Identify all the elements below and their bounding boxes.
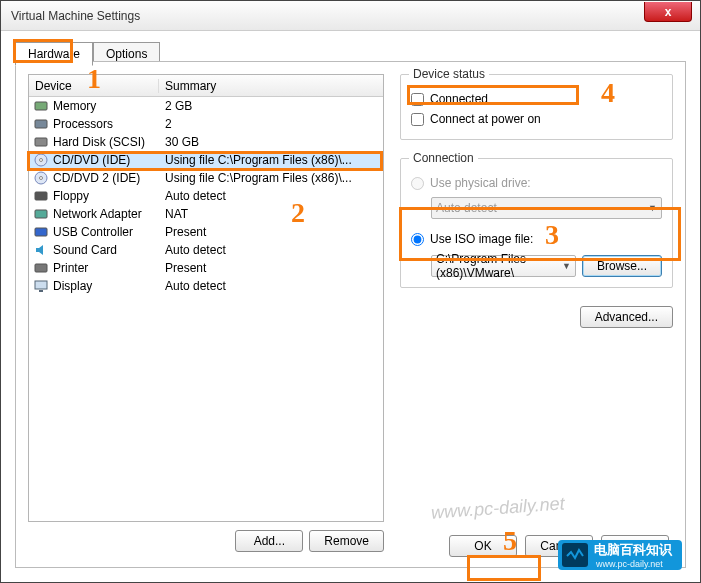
device-list-header: Device Summary xyxy=(29,75,383,97)
connect-power-label: Connect at power on xyxy=(430,112,541,126)
site-badge: 电脑百科知识 www.pc-daily.net xyxy=(558,540,682,570)
sound-icon xyxy=(33,242,49,258)
device-name: Sound Card xyxy=(53,243,159,257)
device-row-net[interactable]: Network AdapterNAT xyxy=(29,205,383,223)
svg-point-4 xyxy=(40,159,43,162)
iso-path-combo[interactable]: C:\Program Files (x86)\VMware\ ▼ xyxy=(431,255,576,277)
connected-checkbox[interactable] xyxy=(411,93,424,106)
device-row-hdd[interactable]: Hard Disk (SCSI)30 GB xyxy=(29,133,383,151)
usb-icon xyxy=(33,224,49,240)
printer-icon xyxy=(33,260,49,276)
svg-point-6 xyxy=(40,177,43,180)
device-summary: Auto detect xyxy=(159,189,383,203)
badge-sub: www.pc-daily.net xyxy=(596,559,672,569)
floppy-icon xyxy=(33,188,49,204)
device-summary: Auto detect xyxy=(159,279,383,293)
device-summary: Present xyxy=(159,225,383,239)
device-summary: Auto detect xyxy=(159,243,383,257)
device-name: Display xyxy=(53,279,159,293)
device-name: CD/DVD (IDE) xyxy=(53,153,159,167)
display-icon xyxy=(33,278,49,294)
col-summary: Summary xyxy=(159,79,383,93)
cd-icon xyxy=(33,170,49,186)
svg-rect-0 xyxy=(35,102,47,110)
iso-path-value: C:\Program Files (x86)\VMware\ xyxy=(436,252,562,280)
device-summary: Using file C:\Program Files (x86)\... xyxy=(159,153,383,167)
tab-hardware[interactable]: Hardware xyxy=(15,42,93,66)
device-list: Device Summary Memory2 GBProcessors2Hard… xyxy=(28,74,384,522)
svg-rect-2 xyxy=(35,138,47,146)
connected-row[interactable]: Connected xyxy=(411,89,662,109)
use-physical-row[interactable]: Use physical drive: xyxy=(411,173,662,193)
svg-rect-1 xyxy=(35,120,47,128)
physical-drive-value: Auto detect xyxy=(436,201,497,215)
device-row-printer[interactable]: PrinterPresent xyxy=(29,259,383,277)
device-row-usb[interactable]: USB ControllerPresent xyxy=(29,223,383,241)
chevron-down-icon[interactable]: ▼ xyxy=(562,261,571,271)
svg-rect-10 xyxy=(35,264,47,272)
device-row-cpu[interactable]: Processors2 xyxy=(29,115,383,133)
use-physical-radio xyxy=(411,177,424,190)
device-name: Memory xyxy=(53,99,159,113)
browse-button[interactable]: Browse... xyxy=(582,255,662,277)
device-name: Floppy xyxy=(53,189,159,203)
device-name: Processors xyxy=(53,117,159,131)
close-icon: x xyxy=(665,5,672,19)
svg-rect-7 xyxy=(35,192,47,200)
device-summary: 30 GB xyxy=(159,135,383,149)
col-device: Device xyxy=(29,79,159,93)
use-physical-label: Use physical drive: xyxy=(430,176,531,190)
device-name: Printer xyxy=(53,261,159,275)
chevron-down-icon: ▼ xyxy=(648,203,657,213)
settings-window: Virtual Machine Settings x Hardware Opti… xyxy=(0,0,701,583)
svg-rect-8 xyxy=(35,210,47,218)
badge-main: 电脑百科知识 xyxy=(594,541,672,559)
use-iso-label: Use ISO image file: xyxy=(430,232,533,246)
details-pane: Device status Connected Connect at power… xyxy=(400,74,673,328)
cd-icon xyxy=(33,152,49,168)
watermark: www.pc-daily.net xyxy=(431,493,566,523)
mem-icon xyxy=(33,98,49,114)
connection-legend: Connection xyxy=(409,151,478,165)
device-summary: Using file C:\Program Files (x86)\... xyxy=(159,171,383,185)
monitor-icon xyxy=(562,543,588,567)
device-row-sound[interactable]: Sound CardAuto detect xyxy=(29,241,383,259)
device-summary: Present xyxy=(159,261,383,275)
iso-row: C:\Program Files (x86)\VMware\ ▼ Browse.… xyxy=(431,255,662,277)
window-title: Virtual Machine Settings xyxy=(11,9,140,23)
device-status-group: Device status Connected Connect at power… xyxy=(400,74,673,140)
svg-rect-9 xyxy=(35,228,47,236)
advanced-button[interactable]: Advanced... xyxy=(580,306,673,328)
connect-power-row[interactable]: Connect at power on xyxy=(411,109,662,129)
device-row-cd[interactable]: CD/DVD 2 (IDE)Using file C:\Program File… xyxy=(29,169,383,187)
hdd-icon xyxy=(33,134,49,150)
device-row-display[interactable]: DisplayAuto detect xyxy=(29,277,383,295)
device-summary: NAT xyxy=(159,207,383,221)
device-name: Network Adapter xyxy=(53,207,159,221)
close-button[interactable]: x xyxy=(644,2,692,22)
svg-rect-11 xyxy=(35,281,47,289)
device-row-mem[interactable]: Memory2 GB xyxy=(29,97,383,115)
cpu-icon xyxy=(33,116,49,132)
ok-button[interactable]: OK xyxy=(449,535,517,557)
connected-label: Connected xyxy=(430,92,488,106)
device-summary: 2 xyxy=(159,117,383,131)
connection-group: Connection Use physical drive: Auto dete… xyxy=(400,158,673,288)
device-row-floppy[interactable]: FloppyAuto detect xyxy=(29,187,383,205)
net-icon xyxy=(33,206,49,222)
connect-power-checkbox[interactable] xyxy=(411,113,424,126)
titlebar: Virtual Machine Settings x xyxy=(1,1,700,31)
device-name: Hard Disk (SCSI) xyxy=(53,135,159,149)
body-frame: Device Summary Memory2 GBProcessors2Hard… xyxy=(15,61,686,568)
advanced-row: Advanced... xyxy=(400,306,673,328)
device-name: USB Controller xyxy=(53,225,159,239)
use-iso-row[interactable]: Use ISO image file: xyxy=(411,229,662,249)
svg-rect-12 xyxy=(39,290,43,292)
physical-drive-combo: Auto detect ▼ xyxy=(431,197,662,219)
device-name: CD/DVD 2 (IDE) xyxy=(53,171,159,185)
device-status-legend: Device status xyxy=(409,67,489,81)
device-row-cd[interactable]: CD/DVD (IDE)Using file C:\Program Files … xyxy=(29,151,383,169)
device-summary: 2 GB xyxy=(159,99,383,113)
use-iso-radio[interactable] xyxy=(411,233,424,246)
